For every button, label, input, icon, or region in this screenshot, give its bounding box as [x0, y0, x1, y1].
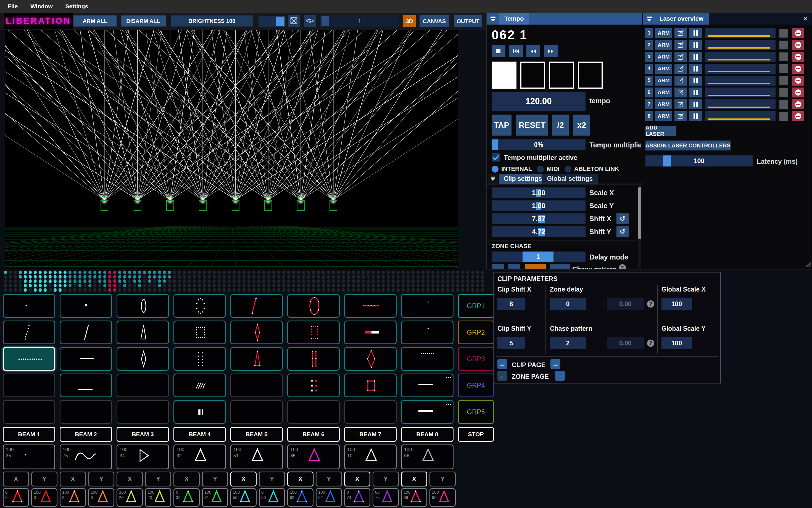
- clip-cell[interactable]: [60, 374, 112, 397]
- clip-shift-x-field[interactable]: 8: [497, 298, 525, 310]
- tab-clip-settings[interactable]: Clip settings: [499, 174, 547, 183]
- arm-all-button[interactable]: ARM ALL: [74, 15, 117, 27]
- laser-arm-button[interactable]: ARM: [655, 111, 672, 121]
- add-laser-button[interactable]: ADD LASER: [645, 126, 677, 136]
- clip-cell[interactable]: [287, 294, 340, 318]
- scrollbar-thumb[interactable]: [638, 187, 641, 239]
- menu-file[interactable]: File: [8, 3, 18, 10]
- clip-cell[interactable]: [344, 347, 397, 371]
- reset-button[interactable]: RESET: [516, 115, 548, 135]
- palette-cell-15[interactable]: 10089: [401, 488, 427, 507]
- laser-edit-button[interactable]: [675, 52, 687, 62]
- zone-delay-field[interactable]: 0: [550, 298, 586, 310]
- laser-color-swatch[interactable]: [779, 88, 788, 97]
- reset-shift-y-button[interactable]: ↺: [616, 226, 628, 237]
- laser-arm-button[interactable]: ARM: [655, 52, 672, 62]
- clip-cell[interactable]: [287, 374, 340, 397]
- laser-pause-button[interactable]: [689, 99, 702, 109]
- laser-color-swatch[interactable]: [779, 52, 788, 61]
- disarm-all-button[interactable]: DISARM ALL: [121, 15, 166, 27]
- clip-cell[interactable]: [401, 347, 453, 371]
- laser-edit-button[interactable]: [675, 40, 687, 50]
- clip-cell[interactable]: [344, 321, 397, 344]
- tab-laser-overview[interactable]: Laser overview: [654, 13, 709, 25]
- resize-grip-icon[interactable]: [805, 261, 811, 268]
- laser-edit-button[interactable]: [675, 99, 687, 109]
- menu-settings[interactable]: Settings: [65, 3, 88, 10]
- beam-button-6[interactable]: BEAM 6: [287, 427, 340, 442]
- clip-cell[interactable]: [401, 294, 453, 318]
- axis-toggle-x-4[interactable]: X: [173, 472, 200, 486]
- palette-cell-9[interactable]: 10050: [230, 488, 256, 507]
- axis-toggle-y-3[interactable]: Y: [145, 472, 171, 486]
- zone-page-next-button[interactable]: →: [555, 371, 565, 381]
- laser-color-swatch[interactable]: [779, 29, 788, 38]
- clip-cell[interactable]: [60, 347, 112, 371]
- help-icon[interactable]: ?: [647, 340, 654, 347]
- clip-cell[interactable]: [60, 400, 112, 424]
- laser-remove-button[interactable]: [792, 40, 804, 50]
- axis-toggle-x-1[interactable]: X: [3, 472, 29, 486]
- tempo-half-button[interactable]: /2: [553, 115, 569, 135]
- laser-edit-button[interactable]: [675, 111, 687, 121]
- beam-button-4[interactable]: BEAM 4: [173, 427, 226, 442]
- laser-pause-button[interactable]: [689, 87, 702, 97]
- page-slider-handle[interactable]: [322, 16, 329, 26]
- laser-remove-button[interactable]: [792, 64, 804, 74]
- collapse-panel-icon[interactable]: [489, 15, 497, 23]
- axis-toggle-x-7[interactable]: X: [344, 472, 370, 486]
- chase-pattern-3-button[interactable]: ←→: [525, 264, 546, 269]
- clip-cell[interactable]: [3, 374, 55, 397]
- view-3d-button[interactable]: 3D: [403, 15, 416, 27]
- laser-color-swatch[interactable]: [779, 100, 788, 109]
- laser-remove-button[interactable]: [792, 87, 804, 97]
- sync-source-midi[interactable]: MIDI: [537, 165, 559, 173]
- group-button-4[interactable]: GRP4: [458, 374, 494, 397]
- laser-edit-button[interactable]: [675, 87, 687, 97]
- brightness-slider[interactable]: [258, 16, 285, 27]
- group-button-1[interactable]: GRP1: [458, 294, 494, 318]
- clip-cell[interactable]: [230, 294, 283, 318]
- clip-cell[interactable]: [401, 321, 453, 344]
- laser-intensity-slider[interactable]: [705, 64, 776, 74]
- global-scale-x-field[interactable]: 100: [661, 298, 692, 310]
- clip-cell[interactable]: [173, 400, 226, 424]
- blackout-button[interactable]: [288, 15, 300, 27]
- chase-pattern-1-button[interactable]: →: [492, 264, 504, 269]
- laser-remove-button[interactable]: [792, 111, 804, 121]
- tempo-double-button[interactable]: x2: [573, 115, 590, 135]
- laser-edit-button[interactable]: [675, 28, 687, 38]
- collapse-settings-icon[interactable]: [488, 174, 498, 183]
- laser-pause-button[interactable]: [689, 28, 702, 38]
- palette-cell-14[interactable]: 8675: [373, 488, 399, 507]
- beam-preset-7[interactable]: 10010: [344, 444, 397, 469]
- field-shift-x[interactable]: 7.87: [492, 213, 585, 224]
- brightness-button[interactable]: BRIGHTNESS 100: [171, 15, 253, 27]
- clip-cell[interactable]: [117, 374, 169, 397]
- field-shift-y[interactable]: 4.72: [492, 226, 585, 237]
- axis-toggle-y-5[interactable]: Y: [259, 472, 285, 486]
- stop-button[interactable]: STOP: [458, 427, 494, 442]
- clip-cell[interactable]: [401, 400, 453, 424]
- clip-cell[interactable]: [344, 294, 397, 318]
- beam-preset-1[interactable]: 10035: [3, 444, 55, 469]
- laser-color-swatch[interactable]: [779, 64, 788, 73]
- laser-remove-button[interactable]: [792, 76, 804, 86]
- laser-arm-button[interactable]: ARM: [655, 87, 672, 97]
- beam-preset-4[interactable]: 10032: [173, 444, 226, 469]
- clip-cell[interactable]: [401, 374, 453, 397]
- clip-cell[interactable]: [60, 294, 112, 318]
- palette-cell-11[interactable]: 10062: [287, 488, 314, 507]
- laser-intensity-slider[interactable]: [705, 52, 776, 62]
- canvas-button[interactable]: CANVAS: [419, 15, 449, 27]
- clip-cell[interactable]: [287, 347, 340, 371]
- chase-pattern-2-button[interactable]: ←: [508, 264, 520, 269]
- reset-shift-x-button[interactable]: ↺: [616, 213, 628, 224]
- axis-toggle-x-3[interactable]: X: [117, 472, 143, 486]
- laser-pause-button[interactable]: [689, 40, 702, 50]
- clip-cell[interactable]: [173, 374, 226, 397]
- laser-intensity-slider[interactable]: [705, 40, 776, 50]
- axis-toggle-x-8[interactable]: X: [401, 472, 427, 486]
- beam-button-3[interactable]: BEAM 3: [117, 427, 169, 442]
- sync-source-ableton-link[interactable]: ABLETON LINK: [565, 165, 619, 173]
